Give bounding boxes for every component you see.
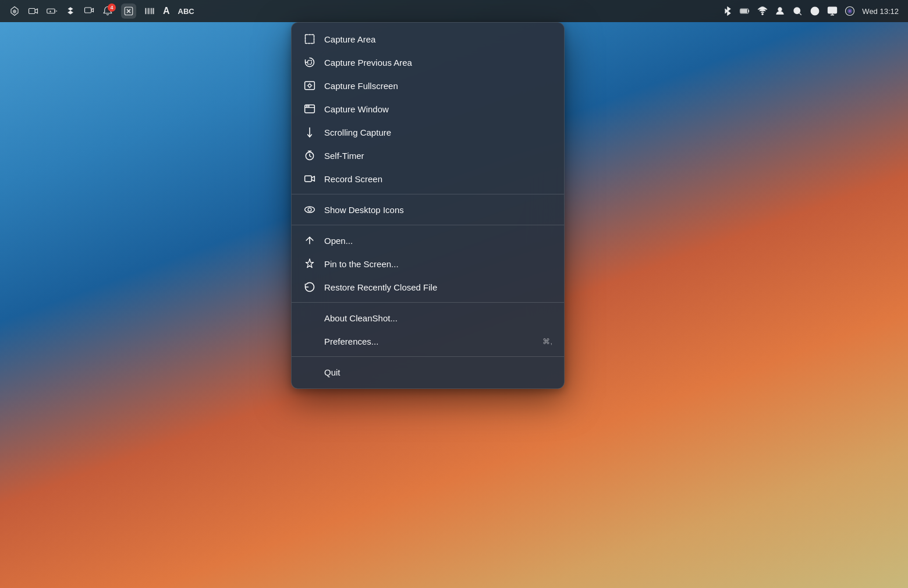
open-icon	[303, 234, 316, 247]
separator-1	[292, 194, 564, 194]
notification-icon[interactable]: 4	[102, 6, 113, 16]
svg-rect-9	[153, 8, 154, 15]
preferences-spacer	[303, 335, 316, 348]
barcode-icon[interactable]	[144, 6, 155, 16]
play-icon[interactable]	[810, 6, 820, 16]
menu-item-preferences[interactable]: Preferences... ⌘,	[292, 330, 564, 353]
preferences-shortcut: ⌘,	[542, 337, 552, 346]
user-icon[interactable]	[775, 6, 785, 16]
menu-item-capture-previous[interactable]: Capture Previous Area	[292, 51, 564, 74]
svg-point-27	[306, 105, 307, 107]
separator-3	[292, 302, 564, 303]
notification-badge: 4	[108, 3, 116, 12]
record-screen-label: Record Screen	[324, 174, 552, 184]
screenrecorder-icon[interactable]	[84, 6, 94, 16]
bluetooth-icon[interactable]	[722, 6, 733, 16]
dropbox-icon[interactable]	[65, 6, 76, 16]
scrolling-capture-icon	[303, 126, 316, 139]
svg-rect-7	[150, 8, 151, 15]
menubar-left: 4 A ABC	[9, 3, 194, 19]
siri-icon[interactable]	[845, 6, 855, 16]
show-desktop-icons-label: Show Desktop Icons	[324, 205, 552, 215]
battery-icon[interactable]	[740, 6, 750, 16]
menubar-time[interactable]: Wed 13:12	[862, 7, 899, 16]
cleanshot-icon[interactable]	[121, 3, 136, 19]
display-icon[interactable]	[827, 6, 838, 16]
menu-item-scrolling-capture[interactable]: Scrolling Capture	[292, 121, 564, 144]
abc-icon[interactable]: ABC	[178, 7, 194, 16]
menu-item-quit[interactable]: Quit	[292, 360, 564, 384]
svg-point-20	[849, 10, 852, 13]
pin-icon	[303, 257, 316, 270]
svg-rect-6	[148, 8, 150, 15]
menu-item-capture-window[interactable]: Capture Window	[292, 97, 564, 121]
battery-charging-icon[interactable]	[47, 6, 57, 16]
show-desktop-icon	[303, 203, 316, 216]
capture-fullscreen-icon	[303, 79, 316, 92]
svg-point-14	[794, 8, 800, 14]
capture-area-icon	[303, 33, 316, 45]
svg-point-12	[762, 13, 763, 15]
menu-item-about[interactable]: About CleanShot...	[292, 306, 564, 330]
restore-file-label: Restore Recently Closed File	[324, 282, 552, 292]
font-icon[interactable]: A	[163, 6, 170, 16]
menu-item-pin-screen[interactable]: Pin to the Screen...	[292, 252, 564, 275]
menu-item-open[interactable]: Open...	[292, 229, 564, 252]
capture-window-icon	[303, 102, 316, 115]
menubar: 4 A ABC	[0, 0, 908, 22]
svg-rect-5	[147, 8, 148, 15]
record-screen-icon	[303, 172, 316, 185]
svg-point-13	[778, 8, 782, 11]
about-label: About CleanShot...	[324, 313, 552, 323]
capture-area-label: Capture Area	[324, 34, 552, 44]
separator-4	[292, 356, 564, 357]
svg-rect-0	[29, 9, 36, 14]
capture-previous-label: Capture Previous Area	[324, 58, 552, 68]
svg-point-33	[308, 208, 311, 211]
wifi-icon[interactable]	[757, 6, 768, 16]
preferences-label: Preferences...	[324, 336, 534, 346]
svg-rect-11	[741, 9, 748, 13]
svg-rect-23	[305, 82, 315, 89]
restore-icon	[303, 281, 316, 293]
about-spacer	[303, 311, 316, 324]
svg-rect-17	[828, 7, 837, 13]
open-label: Open...	[324, 236, 552, 246]
svg-rect-8	[151, 8, 152, 15]
facetime-icon[interactable]	[28, 6, 38, 16]
menu-item-capture-fullscreen[interactable]: Capture Fullscreen	[292, 74, 564, 97]
svg-rect-2	[85, 8, 91, 13]
separator-2	[292, 225, 564, 225]
svg-rect-4	[146, 8, 147, 15]
svg-point-28	[308, 105, 309, 107]
svg-point-24	[308, 84, 311, 87]
svg-rect-21	[306, 35, 314, 44]
menu-item-self-timer[interactable]: Self-Timer	[292, 144, 564, 167]
self-timer-label: Self-Timer	[324, 151, 552, 161]
capture-window-label: Capture Window	[324, 104, 552, 114]
menu-item-record-screen[interactable]: Record Screen	[292, 167, 564, 190]
cleanshot-menu: Capture Area Capture Previous Area Captu…	[291, 22, 565, 389]
menubar-right: Wed 13:12	[722, 6, 899, 16]
menu-item-show-desktop-icons[interactable]: Show Desktop Icons	[292, 198, 564, 221]
capture-fullscreen-label: Capture Fullscreen	[324, 81, 552, 91]
svg-rect-22	[308, 61, 312, 65]
menu-item-capture-area[interactable]: Capture Area	[292, 27, 564, 51]
dropdown-overlay: Capture Area Capture Previous Area Captu…	[291, 22, 565, 389]
quit-spacer	[303, 366, 316, 378]
quit-label: Quit	[324, 367, 552, 377]
svg-rect-1	[47, 9, 55, 13]
search-icon[interactable]	[792, 6, 803, 16]
menu-item-restore-file[interactable]: Restore Recently Closed File	[292, 275, 564, 299]
scrolling-capture-label: Scrolling Capture	[324, 127, 552, 137]
foxglove-icon[interactable]	[9, 6, 20, 16]
svg-rect-31	[305, 176, 312, 182]
capture-previous-icon	[303, 56, 316, 69]
self-timer-icon	[303, 149, 316, 162]
pin-screen-label: Pin to the Screen...	[324, 259, 552, 269]
